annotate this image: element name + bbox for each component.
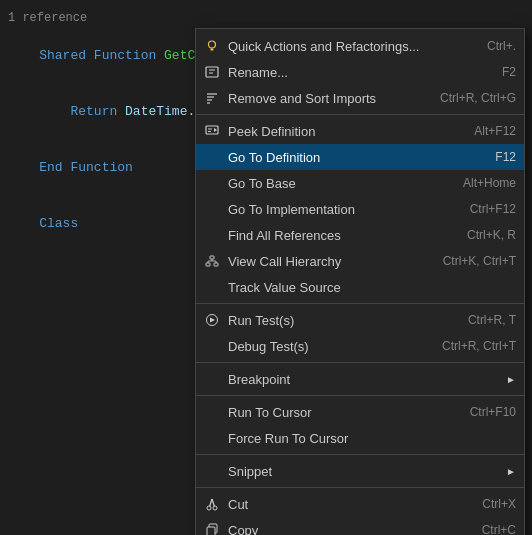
goto-impl-shortcut: Ctrl+F12 [450, 202, 516, 216]
goto-impl-icon [200, 199, 224, 219]
menu-item-goto-base[interactable]: Go To Base Alt+Home [196, 170, 524, 196]
debug-tests-label: Debug Test(s) [224, 339, 422, 354]
separator-5 [196, 454, 524, 455]
remove-sort-shortcut: Ctrl+R, Ctrl+G [420, 91, 516, 105]
separator-4 [196, 395, 524, 396]
goto-base-label: Go To Base [224, 176, 443, 191]
svg-rect-3 [206, 67, 218, 77]
quick-actions-label: Quick Actions and Refactorings... [224, 39, 467, 54]
menu-item-goto-def[interactable]: Go To Definition F12 [196, 144, 524, 170]
rename-label: Rename... [224, 65, 482, 80]
run-cursor-shortcut: Ctrl+F10 [450, 405, 516, 419]
svg-point-22 [207, 506, 211, 510]
breakpoint-arrow: ► [506, 374, 516, 385]
snippet-arrow: ► [506, 466, 516, 477]
debug-tests-shortcut: Ctrl+R, Ctrl+T [422, 339, 516, 353]
peek-def-label: Peek Definition [224, 124, 454, 139]
debug-test-icon [200, 336, 224, 356]
snippet-label: Snippet [224, 464, 482, 479]
separator-2 [196, 303, 524, 304]
lightbulb-icon [200, 36, 224, 56]
run-tests-shortcut: Ctrl+R, T [448, 313, 516, 327]
keyword-class: Class [39, 216, 78, 231]
cut-icon [200, 494, 224, 514]
menu-item-copy[interactable]: Copy Ctrl+C [196, 517, 524, 535]
goto-def-shortcut: F12 [475, 150, 516, 164]
quick-actions-shortcut: Ctrl+. [467, 39, 516, 53]
separator-6 [196, 487, 524, 488]
find-refs-icon [200, 225, 224, 245]
call-hierarchy-shortcut: Ctrl+K, Ctrl+T [423, 254, 516, 268]
goto-def-label: Go To Definition [224, 150, 475, 165]
goto-impl-label: Go To Implementation [224, 202, 450, 217]
menu-item-run-tests[interactable]: Run Test(s) Ctrl+R, T [196, 307, 524, 333]
svg-rect-1 [211, 49, 214, 51]
peek-icon [200, 121, 224, 141]
keyword-return: Return [70, 104, 125, 119]
run-test-icon [200, 310, 224, 330]
cut-shortcut: Ctrl+X [462, 497, 516, 511]
svg-marker-13 [214, 128, 217, 132]
menu-item-snippet[interactable]: Snippet ► [196, 458, 524, 484]
menu-item-run-cursor[interactable]: Run To Cursor Ctrl+F10 [196, 399, 524, 425]
peek-def-shortcut: Alt+F12 [454, 124, 516, 138]
track-icon [200, 277, 224, 297]
svg-rect-14 [210, 256, 214, 259]
keyword-function2: Function [70, 160, 132, 175]
remove-sort-label: Remove and Sort Imports [224, 91, 420, 106]
snippet-icon [200, 461, 224, 481]
keyword-end: End [39, 160, 70, 175]
force-run-label: Force Run To Cursor [224, 431, 496, 446]
keyword-shared: Shared [39, 48, 94, 63]
menu-item-find-refs[interactable]: Find All References Ctrl+K, R [196, 222, 524, 248]
track-value-label: Track Value Source [224, 280, 496, 295]
cut-label: Cut [224, 497, 462, 512]
datetime-class: DateTime [125, 104, 187, 119]
menu-item-breakpoint[interactable]: Breakpoint ► [196, 366, 524, 392]
copy-label: Copy [224, 523, 462, 536]
menu-item-call-hierarchy[interactable]: View Call Hierarchy Ctrl+K, Ctrl+T [196, 248, 524, 274]
keyword-function: Function [94, 48, 164, 63]
svg-line-24 [210, 499, 212, 506]
indent [39, 104, 70, 119]
menu-item-goto-impl[interactable]: Go To Implementation Ctrl+F12 [196, 196, 524, 222]
goto-base-icon [200, 173, 224, 193]
rename-shortcut: F2 [482, 65, 516, 79]
separator-1 [196, 114, 524, 115]
separator-3 [196, 362, 524, 363]
svg-rect-27 [207, 527, 215, 535]
find-refs-label: Find All References [224, 228, 447, 243]
run-cursor-icon [200, 402, 224, 422]
svg-point-0 [209, 41, 216, 48]
copy-icon [200, 520, 224, 535]
run-cursor-label: Run To Cursor [224, 405, 450, 420]
context-menu: Quick Actions and Refactorings... Ctrl+.… [195, 28, 525, 535]
svg-rect-16 [214, 263, 218, 266]
breakpoint-label: Breakpoint [224, 372, 482, 387]
breakpoint-icon [200, 369, 224, 389]
menu-item-peek-def[interactable]: Peek Definition Alt+F12 [196, 118, 524, 144]
menu-item-quick-actions[interactable]: Quick Actions and Refactorings... Ctrl+. [196, 33, 524, 59]
hierarchy-icon [200, 251, 224, 271]
find-refs-shortcut: Ctrl+K, R [447, 228, 516, 242]
menu-item-track-value[interactable]: Track Value Source [196, 274, 524, 300]
ref-text: 1 reference [8, 11, 87, 25]
svg-rect-15 [206, 263, 210, 266]
menu-item-rename[interactable]: Rename... F2 [196, 59, 524, 85]
rename-icon [200, 62, 224, 82]
force-run-icon [200, 428, 224, 448]
menu-item-force-run-cursor[interactable]: Force Run To Cursor [196, 425, 524, 451]
menu-item-debug-tests[interactable]: Debug Test(s) Ctrl+R, Ctrl+T [196, 333, 524, 359]
goto-base-shortcut: Alt+Home [443, 176, 516, 190]
goto-icon [200, 147, 224, 167]
menu-item-cut[interactable]: Cut Ctrl+X [196, 491, 524, 517]
svg-line-25 [212, 499, 214, 506]
svg-point-23 [213, 506, 217, 510]
run-tests-label: Run Test(s) [224, 313, 448, 328]
menu-item-remove-sort[interactable]: Remove and Sort Imports Ctrl+R, Ctrl+G [196, 85, 524, 111]
call-hierarchy-label: View Call Hierarchy [224, 254, 423, 269]
reference-line: 1 reference [0, 8, 532, 28]
copy-shortcut: Ctrl+C [462, 523, 516, 535]
sort-icon [200, 88, 224, 108]
